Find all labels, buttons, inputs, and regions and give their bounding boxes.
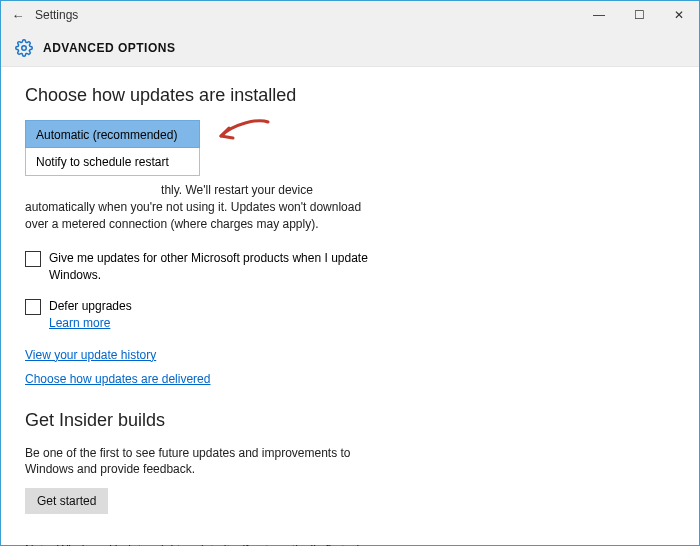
insider-description: Be one of the first to see future update… — [25, 445, 385, 479]
updates-heading: Choose how updates are installed — [25, 85, 675, 106]
install-mode-dropdown[interactable]: Automatic (recommended) Notify to schedu… — [25, 120, 200, 176]
dropdown-option-notify[interactable]: Notify to schedule restart — [25, 148, 200, 176]
install-mode-description: Notify to schedule restart thly. We'll r… — [25, 182, 375, 232]
gear-icon — [15, 39, 33, 57]
page-header: ADVANCED OPTIONS — [1, 29, 699, 67]
insider-heading: Get Insider builds — [25, 410, 675, 431]
checkbox-label: Give me updates for other Microsoft prod… — [49, 250, 375, 284]
window-controls: — ☐ ✕ — [579, 1, 699, 29]
annotation-arrow-icon — [213, 116, 273, 152]
dropdown-option-automatic[interactable]: Automatic (recommended) — [25, 120, 200, 148]
checkbox-label: Defer upgrades — [49, 299, 132, 313]
dropdown-wrapper: Automatic (recommended) Notify to schedu… — [25, 120, 675, 176]
checkbox-defer-upgrades[interactable]: Defer upgrades Learn more — [25, 298, 375, 332]
titlebar: ← Settings — ☐ ✕ — [1, 1, 699, 29]
checkbox-other-products[interactable]: Give me updates for other Microsoft prod… — [25, 250, 375, 284]
back-icon[interactable]: ← — [9, 6, 27, 24]
settings-window: ← Settings — ☐ ✕ ADVANCED OPTIONS Choose… — [0, 0, 700, 546]
minimize-button[interactable]: — — [579, 1, 619, 29]
svg-point-0 — [22, 45, 27, 50]
titlebar-left: ← Settings — [9, 6, 78, 24]
page-title: ADVANCED OPTIONS — [43, 41, 175, 55]
app-title: Settings — [35, 8, 78, 22]
description-text: thly. We'll restart your device automati… — [25, 183, 361, 231]
maximize-button[interactable]: ☐ — [619, 1, 659, 29]
view-history-link[interactable]: View your update history — [25, 348, 675, 362]
checkbox-label-group: Defer upgrades Learn more — [49, 298, 375, 332]
close-button[interactable]: ✕ — [659, 1, 699, 29]
get-started-button[interactable]: Get started — [25, 488, 108, 514]
delivery-link[interactable]: Choose how updates are delivered — [25, 372, 675, 386]
learn-more-link[interactable]: Learn more — [49, 315, 110, 332]
checkbox-icon[interactable] — [25, 251, 41, 267]
checkbox-icon[interactable] — [25, 299, 41, 315]
update-note: Note: Windows Update might update itself… — [25, 542, 385, 546]
content-area: Choose how updates are installed Automat… — [1, 67, 699, 546]
